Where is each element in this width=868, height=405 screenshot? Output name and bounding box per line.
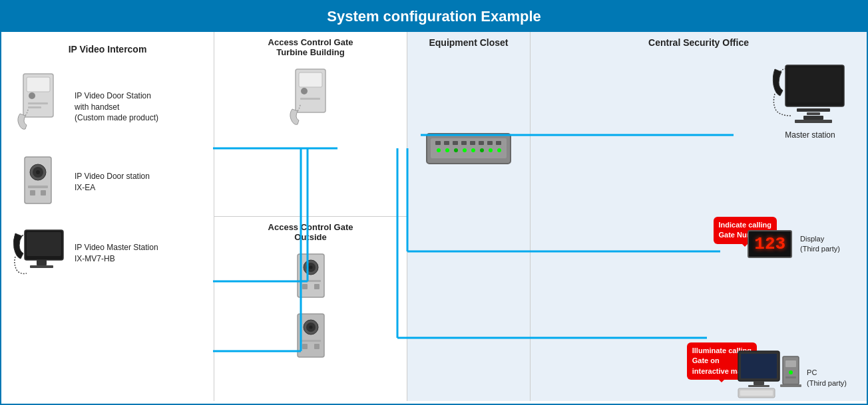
svg-rect-19 [300,98,320,100]
svg-rect-17 [299,72,322,87]
svg-point-18 [301,88,308,94]
svg-rect-24 [301,280,321,282]
display-label: Display (Third party) [800,234,840,255]
svg-rect-3 [28,102,48,104]
display-block: 123 Display (Third party) [748,230,840,258]
svg-rect-63 [785,360,796,367]
svg-rect-56 [803,116,823,120]
turbine-title: Access Control GateTurbine Building [268,37,353,57]
col-equipment: Equipment Closet [407,32,531,401]
equipment-inner [407,51,530,405]
page-header: System configuration Example [1,1,867,32]
col-central: Central Security Office [531,32,867,401]
svg-rect-37 [444,141,449,145]
svg-point-50 [489,148,493,152]
svg-rect-9 [28,186,48,188]
svg-rect-15 [30,265,53,268]
pc-block: PC (Third party) [735,350,847,405]
svg-rect-13 [27,232,61,256]
svg-rect-40 [470,141,475,145]
switch-box [425,130,512,170]
svg-point-23 [309,265,312,269]
svg-rect-35 [431,138,507,158]
master-station-mv7-image [8,220,68,287]
door-station-ea-image [8,154,68,210]
svg-rect-10 [30,190,35,196]
turbine-section: Access Control GateTurbine Building [214,32,407,217]
master-station-block: Master station [767,57,853,140]
svg-point-44 [437,148,441,152]
svg-point-64 [789,370,793,374]
svg-point-46 [454,148,458,152]
main-content: IP Video Intercom [1,32,867,401]
svg-rect-36 [435,141,441,145]
svg-rect-57 [795,120,832,123]
page-wrapper: System configuration Example IP Video In… [0,0,868,405]
svg-rect-33 [314,344,320,349]
central-inner: Master station Indicate calling Gate Num… [531,51,867,405]
svg-point-48 [471,148,475,152]
svg-point-45 [445,148,449,152]
svg-rect-25 [302,284,308,289]
svg-rect-42 [487,141,493,145]
svg-rect-54 [797,108,830,112]
access-gate-inner: Access Control GateTurbine Building Acce… [214,32,407,401]
page-title: System configuration Example [327,8,541,25]
svg-rect-60 [754,381,764,385]
col-ip-video: IP Video Intercom [1,32,214,401]
master-station-mv7-label: IP Video Master StationIX-MV7-HB [75,242,158,265]
svg-rect-59 [741,354,777,378]
svg-rect-1 [27,77,50,92]
svg-rect-4 [28,106,41,108]
svg-rect-26 [314,284,320,289]
svg-rect-55 [807,112,820,115]
svg-point-51 [497,148,501,152]
master-station-label: Master station [785,130,835,140]
outside-title: Access Control GateOutside [268,222,353,242]
svg-rect-32 [302,344,308,349]
svg-rect-31 [301,340,321,342]
svg-rect-41 [479,141,484,145]
central-title: Central Security Office [531,32,867,51]
device-master-station-mv7: IP Video Master StationIX-MV7-HB [8,220,207,287]
red-digits: 123 [754,234,785,254]
svg-rect-61 [748,385,769,387]
equipment-title: Equipment Closet [407,32,530,51]
device-door-station-ea: IP Video Door stationIX-EA [8,154,207,210]
svg-rect-11 [41,190,46,196]
outside-section: Access Control GateOutside [214,217,407,402]
display-unit: 123 [748,230,792,258]
svg-rect-39 [461,141,467,145]
svg-rect-38 [453,141,458,145]
svg-rect-43 [496,141,501,145]
svg-point-49 [480,148,484,152]
col-access-gate: Access Control GateTurbine Building Acce… [214,32,407,401]
svg-rect-65 [785,376,796,378]
door-station-handset-image [8,70,68,144]
svg-rect-14 [37,260,47,265]
door-station-handset-label: IP Video Door Stationwith handset(Custom… [75,90,158,124]
pc-label: PC (Third party) [807,368,847,388]
door-station-ea-label: IP Video Door stationIX-EA [75,171,150,194]
svg-rect-68 [740,390,773,396]
svg-point-8 [36,170,40,174]
device-door-station-handset: IP Video Door Stationwith handset(Custom… [8,70,207,144]
svg-point-47 [463,148,467,152]
svg-rect-66 [780,384,801,387]
svg-rect-53 [788,68,841,102]
svg-point-30 [309,325,312,329]
ip-video-title: IP Video Intercom [8,39,207,57]
svg-point-2 [29,92,35,99]
